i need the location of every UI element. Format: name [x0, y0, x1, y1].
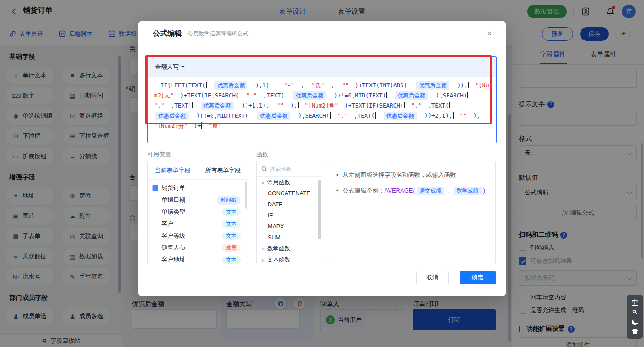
document-icon — [152, 185, 158, 191]
support-icon[interactable] — [632, 309, 638, 315]
cancel-button[interactable]: 取消 — [416, 271, 448, 284]
variables-tabs: 当前表单字段 所有表单字段 — [148, 161, 248, 180]
confirm-button[interactable]: 确定 — [460, 271, 496, 284]
dark-mode-icon[interactable] — [632, 319, 638, 325]
chevron-collapsed-icon — [260, 245, 265, 252]
formula-target-row: 金额大写 = — [148, 57, 496, 77]
function-group-common[interactable]: 常用函数 — [257, 177, 322, 188]
variable-type-badge: 文本 — [222, 220, 241, 228]
functions-scrollbar[interactable] — [318, 180, 321, 239]
variables-scrollbar[interactable] — [245, 182, 247, 209]
variable-item[interactable]: 单据类型 文本 — [148, 206, 248, 218]
variable-type-badge: 时间戳 — [217, 196, 241, 205]
chevron-collapsed-icon — [260, 256, 265, 263]
variable-name: 客户等级 — [161, 232, 185, 240]
functions-panel: 常用函数 CONCATENATEDATEIFMAPXSUM 数学函数 文本函数 — [256, 161, 322, 264]
search-icon — [261, 166, 267, 172]
formula-segment: "[Num2]分" — [154, 122, 188, 129]
example-function: AVERAGE( — [385, 187, 415, 194]
functions-label: 函数 — [256, 150, 268, 159]
formula-segment: ))+2,1), — [418, 109, 460, 122]
formula-segment: "[Num2]角" — [305, 102, 339, 109]
variable-item[interactable]: 客户等级 文本 — [148, 230, 248, 242]
formula-segment: "负" — [312, 82, 325, 89]
tab-all-form-fields[interactable]: 所有表单字段 — [198, 166, 248, 175]
variable-item[interactable]: 单据日期 时间戳 — [148, 194, 248, 206]
variable-name: 单据类型 — [161, 208, 185, 216]
variables-panel: 当前表单字段 所有表单字段 销货订单 单据日期 时间戳 单据类型 文本 — [147, 161, 248, 264]
variable-name: 客户 — [161, 220, 173, 228]
formula-segment: "" — [277, 102, 284, 109]
chevron-expanded-icon — [260, 180, 265, 186]
variable-type-badge: 成员 — [222, 244, 241, 252]
formula-segment: "" — [342, 82, 349, 89]
variable-type-badge: 文本 — [222, 256, 241, 264]
variables-root-item[interactable]: 销货订单 — [148, 182, 248, 194]
tip-line-2: 公式编辑举例：AVERAGE(语文成绩，数学成绩) — [335, 186, 488, 195]
function-item[interactable]: MAPX — [257, 221, 322, 232]
language-icon[interactable]: 中 — [632, 299, 638, 306]
formula-segment: "" — [460, 112, 467, 119]
example-field-chip: 语文成绩 — [417, 187, 444, 195]
function-group-text[interactable]: 文本函数 — [257, 254, 322, 264]
variable-type-badge: 文本 — [222, 232, 241, 240]
formula-segment: "." — [337, 112, 348, 119]
function-search — [257, 161, 322, 177]
app-root: 销货订单 表单设计 表单设置 数据管理 存 表单外链 后端脚本 — [0, 0, 644, 347]
root-form-name: 销货订单 — [161, 184, 185, 192]
formula-editor-modal: 公式编辑 使用数学运算符编辑公式 金额大写 = IF(LEFT(TEXT(优惠后… — [138, 21, 506, 296]
function-item[interactable]: DATE — [257, 199, 322, 210]
variable-item[interactable]: 客户 文本 — [148, 218, 248, 230]
function-item[interactable]: SUM — [257, 232, 322, 243]
formula-segment: 优惠后金额 — [384, 112, 417, 120]
formula-segment: "整" — [208, 122, 221, 129]
formula-segment: 优惠后金额 — [155, 112, 189, 120]
modal-header: 公式编辑 使用数学运算符编辑公式 — [138, 21, 506, 47]
formula-editor[interactable]: 金额大写 = IF(LEFT(TEXT(优惠后金额),1)=="-","负","… — [147, 56, 497, 143]
variable-name: 单据日期 — [161, 196, 185, 204]
variable-item[interactable]: 销售人员 成员 — [148, 242, 248, 254]
formula-segment: ,TEXT( — [347, 109, 382, 122]
formula-segment: )+ — [188, 119, 209, 132]
formula-segment: "." — [247, 92, 257, 99]
formula-code[interactable]: IF(LEFT(TEXT(优惠后金额),1)=="-","负","")+TEXT… — [148, 77, 496, 134]
target-field-name: 金额大写 — [155, 63, 179, 71]
equals-sign: = — [181, 63, 185, 70]
formula-segment: ),SEARCH( — [292, 109, 337, 122]
variable-type-badge: 文本 — [222, 208, 241, 216]
formula-segment: ), — [467, 109, 488, 122]
floating-helper-widget: 中 — [627, 295, 643, 339]
function-search-input[interactable] — [270, 166, 311, 172]
formula-segment: "-" — [284, 82, 294, 89]
formula-segment: "." — [411, 102, 422, 109]
modal-title: 公式编辑 — [153, 29, 182, 39]
variable-name: 销售人员 — [161, 244, 185, 252]
tab-current-form-fields[interactable]: 当前表单字段 — [148, 166, 198, 175]
variable-item[interactable]: 客户地址 文本 — [148, 254, 248, 264]
theme-shirt-icon[interactable] — [632, 329, 638, 335]
function-group-math[interactable]: 数学函数 — [257, 243, 322, 254]
tips-panel: 从左侧面板选择字段名和函数，或输入函数 公式编辑举例：AVERAGE(语文成绩，… — [328, 161, 496, 264]
example-field-chip: 数学成绩 — [454, 187, 482, 195]
variables-label: 可用变量 — [147, 150, 171, 159]
formula-segment: "." — [154, 102, 165, 109]
function-item[interactable]: IF — [257, 210, 322, 221]
modal-subtitle: 使用数学运算符编辑公式 — [188, 30, 248, 38]
variable-name: 客户地址 — [161, 256, 185, 264]
formula-segment: , — [294, 79, 312, 92]
close-icon[interactable] — [484, 28, 495, 39]
tip-line-1: 从左侧面板选择字段名和函数，或输入函数 — [335, 171, 488, 179]
formula-segment: 优惠后金额 — [257, 112, 290, 120]
function-item[interactable]: CONCATENATE — [257, 188, 322, 199]
